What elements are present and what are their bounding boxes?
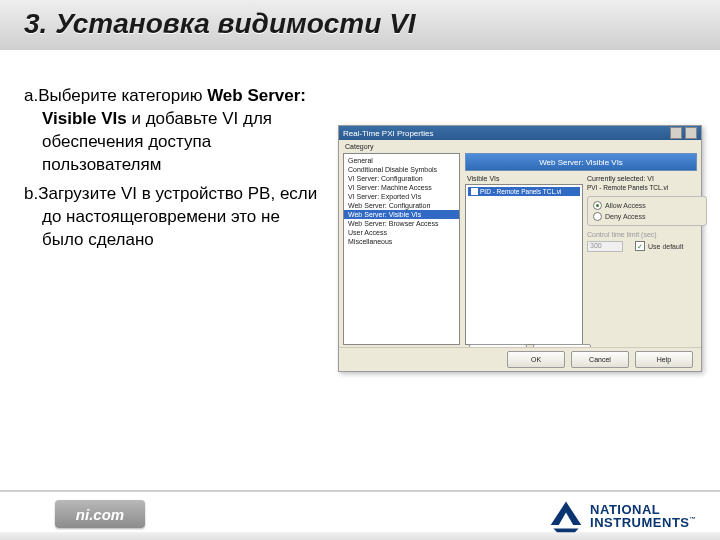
use-default-label: Use default (648, 243, 683, 250)
radio-off-icon (593, 212, 602, 221)
bullet-a-prefix: a. (24, 86, 38, 105)
category-item[interactable]: VI Server: Machine Access (344, 183, 459, 192)
category-label: Category (345, 143, 373, 150)
panel-header: Web Server: Visible VIs (465, 153, 697, 171)
category-item[interactable]: Conditional Disable Symbols (344, 165, 459, 174)
bullet-b-text: Загрузите VI в устройство РВ, если до на… (38, 184, 317, 249)
control-time-label: Control time limit (sec) (587, 231, 657, 238)
bullet-a: a.Выберите категорию Web Server: Visible… (24, 85, 324, 177)
slide: 3. Установка видимости VI a.Выберите кат… (0, 0, 720, 540)
dialog-screenshot: Real-Time PXI Properties Category Genera… (338, 125, 702, 372)
slide-footer: ni.com NATIONAL INSTRUMENTS™ (0, 480, 720, 540)
radio-deny-label: Deny Access (605, 213, 645, 220)
category-item[interactable]: User Access (344, 228, 459, 237)
ok-button[interactable]: OK (507, 351, 565, 368)
currently-selected-value: PVI - Remote Panels TCL.vi (587, 184, 695, 191)
checkbox-checked-icon: ✓ (635, 241, 645, 251)
checkmark-icon (471, 188, 478, 195)
category-item[interactable]: Web Server: Configuration (344, 201, 459, 210)
category-item[interactable]: Miscellaneous (344, 237, 459, 246)
window-controls (670, 127, 697, 139)
body-text: a.Выберите категорию Web Server: Visible… (24, 85, 324, 258)
access-radio-group: Allow Access Deny Access (587, 196, 707, 226)
category-item[interactable]: General (344, 156, 459, 165)
ni-logo: NATIONAL INSTRUMENTS™ (548, 498, 696, 534)
ni-eagle-icon (548, 498, 584, 534)
radio-on-icon (593, 201, 602, 210)
cancel-button[interactable]: Cancel (571, 351, 629, 368)
control-time-input[interactable]: 300 (587, 241, 623, 252)
radio-allow-label: Allow Access (605, 202, 646, 209)
visible-vi-name: PID - Remote Panels TCL.vi (480, 188, 562, 195)
ni-logo-text: NATIONAL INSTRUMENTS™ (590, 503, 696, 529)
category-list[interactable]: GeneralConditional Disable SymbolsVI Ser… (343, 153, 460, 345)
category-item[interactable]: Web Server: Browser Access (344, 219, 459, 228)
radio-allow-access[interactable]: Allow Access (593, 201, 701, 210)
trademark: ™ (690, 516, 697, 522)
help-button[interactable]: Help (635, 351, 693, 368)
slide-title: 3. Установка видимости VI (24, 8, 416, 40)
window-titlebar: Real-Time PXI Properties (339, 126, 701, 140)
bullet-b-prefix: b. (24, 184, 38, 203)
category-item[interactable]: Web Server: Visible VIs (344, 210, 459, 219)
category-item[interactable]: VI Server: Configuration (344, 174, 459, 183)
footer-divider (0, 490, 720, 492)
visible-vis-label: Visible VIs (467, 175, 500, 182)
category-item[interactable]: VI Server: Exported VIs (344, 192, 459, 201)
currently-selected-label: Currently selected: VI (587, 175, 654, 182)
radio-deny-access[interactable]: Deny Access (593, 212, 701, 221)
bullet-b: b.Загрузите VI в устройство РВ, если до … (24, 183, 324, 252)
ni-com-badge: ni.com (55, 500, 145, 528)
bullet-a-t1: Выберите категорию (38, 86, 207, 105)
window-title: Real-Time PXI Properties (343, 129, 433, 138)
ni-logo-l2: INSTRUMENTS (590, 515, 689, 530)
visible-vis-list[interactable]: PID - Remote Panels TCL.vi (465, 184, 583, 345)
use-default-checkbox[interactable]: ✓ Use default (635, 241, 683, 251)
close-icon[interactable] (685, 127, 697, 139)
visible-vi-entry[interactable]: PID - Remote Panels TCL.vi (468, 187, 580, 196)
dialog-button-bar: OK Cancel Help (339, 347, 701, 371)
minimize-icon[interactable] (670, 127, 682, 139)
